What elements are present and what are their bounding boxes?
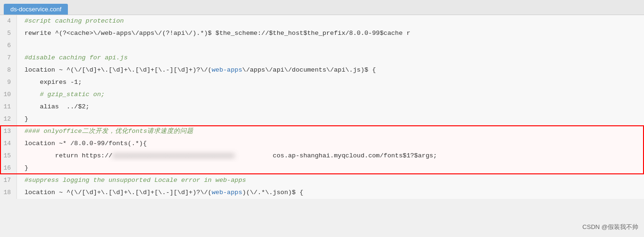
line-number: 9 xyxy=(0,76,17,89)
red-border-box: 13 #### onlyoffice二次开发，优化fonts请求速度的问题 14… xyxy=(0,125,644,174)
code-text: # gzip_static on; xyxy=(17,89,644,101)
code-line-14: 14 location ~* /8.0.0-99/fonts(.*){ xyxy=(0,138,644,150)
code-text: expires -1; xyxy=(17,76,644,89)
code-text: rewrite ^(?<cache>\/web-apps\/apps\/(?!a… xyxy=(17,27,644,40)
line-number: 18 xyxy=(0,187,17,199)
code-text: #disable caching for api.js xyxy=(17,52,644,64)
line-number: 14 xyxy=(0,138,17,150)
code-text: location ~* /8.0.0-99/fonts(.*){ xyxy=(17,138,644,150)
watermark: CSDN @假装我不帅 xyxy=(582,223,638,231)
file-tab[interactable]: ds-docservice.conf xyxy=(4,4,68,15)
line-number: 6 xyxy=(0,40,17,52)
code-text: } xyxy=(17,113,644,125)
line-number: 7 xyxy=(0,52,17,64)
code-line-15: 15 return https://xxxxxxxxxxxxxxxxxxxxxx… xyxy=(0,150,644,162)
line-number: 4 xyxy=(0,15,17,27)
line-number: 8 xyxy=(0,64,17,76)
code-text: } xyxy=(17,162,644,174)
line-number: 5 xyxy=(0,27,17,40)
code-text: location ~ ^(\/[\d]+\.[\d]+\.[\d]+[\.-][… xyxy=(17,64,644,76)
line-number: 11 xyxy=(0,101,17,113)
line-number: 17 xyxy=(0,174,17,187)
code-line-10: 10 # gzip_static on; xyxy=(0,89,644,101)
code-text: #suppress logging the unsupported Locale… xyxy=(17,174,644,187)
line-number: 16 xyxy=(0,162,17,174)
blurred-url: xxxxxxxxxxxxxxxxxxxxxxxxxxxxxxxx xyxy=(112,152,234,159)
line-number: 12 xyxy=(0,113,17,125)
code-container: 4 #script caching protection 5 rewrite ^… xyxy=(0,15,644,199)
code-line-11: 11 alias ../$2; xyxy=(0,101,644,113)
code-text xyxy=(17,40,644,52)
line-number: 15 xyxy=(0,150,17,162)
code-text: alias ../$2; xyxy=(17,101,644,113)
code-line-13: 13 #### onlyoffice二次开发，优化fonts请求速度的问题 xyxy=(0,125,644,138)
code-line-6: 6 xyxy=(0,40,644,52)
code-line-18: 18 location ~ ^(\/[\d]+\.[\d]+\.[\d]+[\.… xyxy=(0,187,644,199)
code-line-8: 8 location ~ ^(\/[\d]+\.[\d]+\.[\d]+[\.-… xyxy=(0,64,644,76)
code-line-4: 4 #script caching protection xyxy=(0,15,644,27)
code-line-9: 9 expires -1; xyxy=(0,76,644,89)
code-line-12: 12 } xyxy=(0,113,644,125)
code-line-17: 17 #suppress logging the unsupported Loc… xyxy=(0,174,644,187)
code-text: #script caching protection xyxy=(17,15,644,27)
code-line-16: 16 } xyxy=(0,162,644,174)
code-text: location ~ ^(\/[\d]+\.[\d]+\.[\d]+[\.-][… xyxy=(17,187,644,199)
code-text: return https://xxxxxxxxxxxxxxxxxxxxxxxxx… xyxy=(17,150,644,162)
code-line-5: 5 rewrite ^(?<cache>\/web-apps\/apps\/(?… xyxy=(0,27,644,40)
code-text: #### onlyoffice二次开发，优化fonts请求速度的问题 xyxy=(17,125,644,138)
line-number: 10 xyxy=(0,89,17,101)
tab-bar: ds-docservice.conf xyxy=(0,0,644,15)
line-number: 13 xyxy=(0,125,17,138)
code-line-7: 7 #disable caching for api.js xyxy=(0,52,644,64)
